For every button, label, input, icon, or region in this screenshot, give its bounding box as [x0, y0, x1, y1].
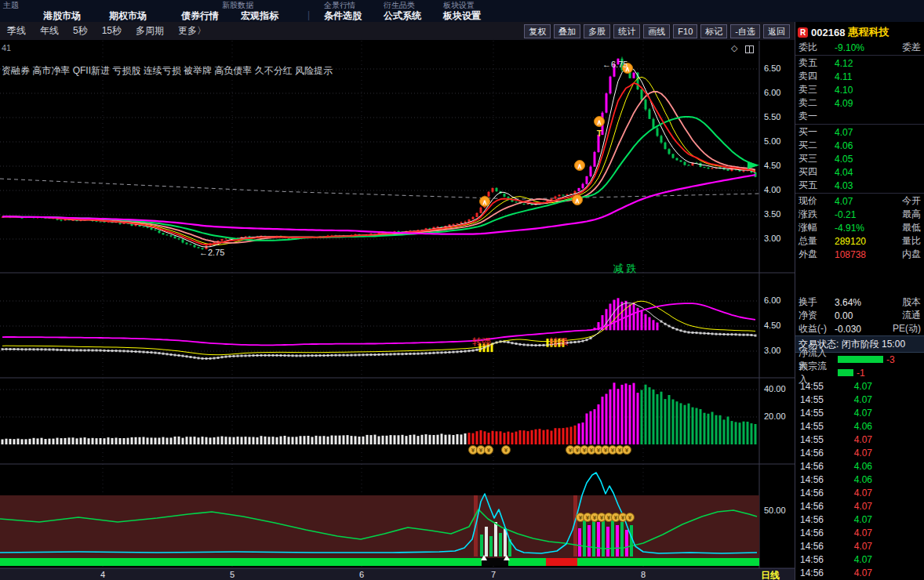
tick-price: 4.07 [841, 567, 872, 578]
svg-text:∧: ∧ [577, 162, 583, 170]
menu-bar: 主题新股数据全景行情衍生品类板块设置港股市场期权市场债券行情宏观指标条件选股公式… [0, 0, 924, 22]
chart-annotation: 41 [2, 43, 11, 53]
bid-level-label: 买五 [798, 179, 835, 192]
svg-text:¥: ¥ [607, 514, 611, 521]
svg-text:¥: ¥ [593, 514, 597, 521]
tick-row[interactable]: 14:564.06 [795, 473, 924, 486]
ask-row[interactable]: 卖四4.11 [795, 70, 924, 83]
chart-canvas[interactable]: ∧∧∧∧∧T¥¥¥¥¥¥¥¥¥¥¥¥¥¥¥¥¥¥¥¥¥ [0, 41, 795, 580]
menu-item-theme[interactable]: 主题 [3, 0, 19, 9]
quote-separator [795, 55, 924, 56]
tick-row[interactable]: 14:554.07 [795, 406, 924, 419]
tick-row[interactable]: 14:564.07 [795, 513, 924, 526]
bid-price: 4.05 [835, 154, 921, 165]
stat-row: 涨跌-0.21最高 [795, 208, 924, 221]
menu-top-item[interactable]: 新股数据 [222, 0, 253, 9]
tick-price: 4.07 [841, 527, 872, 538]
tick-time: 14:56 [800, 461, 841, 472]
chart-region[interactable]: ∧∧∧∧∧T¥¥¥¥¥¥¥¥¥¥¥¥¥¥¥¥¥¥¥¥¥ ◇ 日线 45678 4… [0, 41, 795, 580]
tick-row[interactable]: 14:564.07 [795, 446, 924, 459]
quote-separator [795, 193, 924, 194]
tick-row[interactable]: 14:564.07 [795, 526, 924, 539]
stat-value: -4.91% [835, 223, 902, 234]
toolbar-period-item[interactable]: 季线 [7, 24, 26, 38]
ask-row[interactable]: 卖五4.12 [795, 56, 924, 70]
x-axis-bar: 日线 45678 [0, 568, 795, 580]
x-axis-month-label: 4 [100, 570, 105, 579]
ask-row[interactable]: 卖二4.09 [795, 96, 924, 110]
stat-row: 换手3.64%股本 [795, 295, 924, 309]
stat-label-2: 流通 [902, 309, 921, 322]
menu-item[interactable]: 期权市场 [109, 9, 147, 22]
toolbar-button[interactable]: 复权 [524, 24, 551, 38]
menu-item[interactable]: 宏观指标 [241, 9, 278, 22]
toolbar-button[interactable]: 统计 [613, 24, 640, 38]
stat-label-2: 内盘 [902, 248, 921, 261]
menu-item[interactable]: 公式系统 [384, 9, 421, 22]
menu-item[interactable]: 港股市场 [43, 9, 81, 22]
margin-trading-badge: R [798, 27, 808, 38]
bid-row[interactable]: 买三4.05 [795, 152, 924, 165]
chart-annotation: 转强 [472, 335, 491, 349]
tick-row[interactable]: 14:564.07 [795, 539, 924, 553]
menu-top-item[interactable]: 衍生品类 [384, 0, 415, 9]
svg-text:¥: ¥ [621, 514, 625, 521]
tick-time: 14:55 [800, 434, 841, 445]
svg-text:∧: ∧ [597, 118, 602, 126]
bid-row[interactable]: 买五4.03 [795, 179, 924, 192]
toolbar-period-item[interactable]: 更多〉 [178, 24, 206, 38]
menu-top-item[interactable]: 全景行情 [324, 0, 355, 9]
tick-row[interactable]: 14:564.07 [795, 499, 924, 513]
bid-row[interactable]: 买一4.07 [795, 125, 924, 139]
menu-item[interactable]: 板块设置 [443, 9, 481, 22]
svg-text:¥: ¥ [487, 447, 491, 454]
stock-header[interactable]: R 002168 惠程科技 [795, 22, 924, 41]
toolbar-period-item[interactable]: 年线 [40, 24, 59, 38]
toolbar-button[interactable]: 叠加 [554, 24, 580, 38]
ask-row[interactable]: 卖一 [795, 110, 924, 123]
tick-row[interactable]: 14:554.06 [795, 419, 924, 433]
tick-time: 14:56 [800, 527, 841, 538]
chart-annotation: ←2.75 [199, 248, 224, 257]
svg-text:¥: ¥ [611, 447, 615, 454]
toolbar-button[interactable]: -自选 [730, 24, 760, 38]
svg-text:¥: ¥ [618, 447, 622, 454]
diamond-icon[interactable]: ◇ [731, 43, 737, 53]
stat-row: 现价4.07今开 [795, 194, 924, 208]
tick-price: 4.07 [841, 554, 872, 565]
stock-name: 惠程科技 [848, 25, 889, 39]
toolbar-button[interactable]: F10 [673, 24, 697, 38]
tick-row[interactable]: 14:564.07 [795, 553, 924, 566]
flow-bar [838, 369, 853, 376]
price-scale-label: 5.50 [764, 112, 780, 121]
bid-row[interactable]: 买二4.06 [795, 139, 924, 152]
tick-row[interactable]: 14:564.06 [795, 459, 924, 473]
toolbar-period-item[interactable]: 15秒 [102, 24, 122, 38]
ask-level-label: 卖三 [798, 83, 835, 96]
menu-item[interactable]: 债券行情 [181, 9, 219, 22]
toolbar-button[interactable]: 标记 [700, 24, 727, 38]
quote-separator [795, 124, 924, 125]
toolbar-period-item[interactable]: 多周期 [136, 24, 164, 38]
tick-row[interactable]: 14:564.07 [795, 566, 924, 579]
tick-time: 14:56 [800, 448, 841, 459]
tick-row[interactable]: 14:554.07 [795, 393, 924, 406]
menu-item[interactable]: 条件选股 [324, 9, 362, 22]
bid-row[interactable]: 买四4.04 [795, 165, 924, 179]
svg-text:¥: ¥ [576, 447, 580, 454]
stat-row: 外盘108738内盘 [795, 248, 924, 261]
split-window-icon[interactable] [745, 45, 754, 53]
toolbar-button[interactable]: 多股 [584, 24, 610, 38]
tick-row[interactable]: 14:554.07 [795, 433, 924, 446]
tick-row[interactable]: 14:564.07 [795, 486, 924, 499]
toolbar-period-item[interactable]: 5秒 [73, 24, 88, 38]
stat-label: 现价 [798, 194, 835, 208]
stock-code: 002168 [811, 27, 845, 38]
tick-row[interactable]: 14:554.07 [795, 379, 924, 393]
toolbar-button[interactable]: 画线 [643, 24, 670, 38]
menu-top-item[interactable]: 板块设置 [443, 0, 475, 9]
ask-row[interactable]: 卖三4.10 [795, 83, 924, 96]
toolbar-button[interactable]: 返回 [763, 24, 790, 38]
period-label[interactable]: 日线 [761, 569, 780, 580]
toolbar-button-group: 复权叠加多股统计画线F10标记-自选返回 [521, 24, 795, 38]
